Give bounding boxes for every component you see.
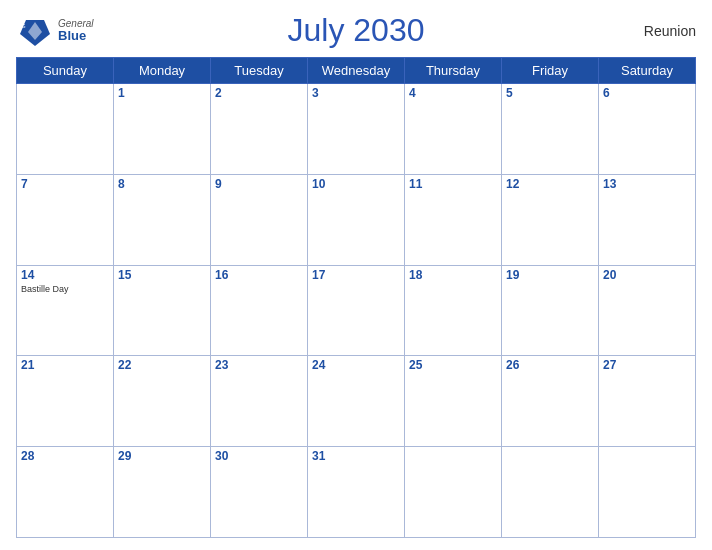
table-row bbox=[502, 447, 599, 538]
table-row: 19 bbox=[502, 265, 599, 356]
table-row: 18 bbox=[405, 265, 502, 356]
calendar-week-row: 123456 bbox=[17, 84, 696, 175]
date-number: 3 bbox=[312, 86, 400, 100]
table-row bbox=[405, 447, 502, 538]
table-row: 22 bbox=[114, 356, 211, 447]
logo-blue-text: Blue bbox=[58, 29, 94, 43]
header-thursday: Thursday bbox=[405, 58, 502, 84]
date-number: 10 bbox=[312, 177, 400, 191]
table-row: 9 bbox=[211, 174, 308, 265]
date-number: 5 bbox=[506, 86, 594, 100]
date-number: 31 bbox=[312, 449, 400, 463]
date-number: 20 bbox=[603, 268, 691, 282]
date-number: 23 bbox=[215, 358, 303, 372]
calendar-header: G General Blue July 2030 Reunion bbox=[16, 12, 696, 49]
table-row: 31 bbox=[308, 447, 405, 538]
calendar-table: Sunday Monday Tuesday Wednesday Thursday… bbox=[16, 57, 696, 538]
date-number: 28 bbox=[21, 449, 109, 463]
table-row: 17 bbox=[308, 265, 405, 356]
header-friday: Friday bbox=[502, 58, 599, 84]
table-row: 23 bbox=[211, 356, 308, 447]
weekday-header-row: Sunday Monday Tuesday Wednesday Thursday… bbox=[17, 58, 696, 84]
date-number: 29 bbox=[118, 449, 206, 463]
date-number: 14 bbox=[21, 268, 109, 282]
table-row: 25 bbox=[405, 356, 502, 447]
table-row: 4 bbox=[405, 84, 502, 175]
date-number: 7 bbox=[21, 177, 109, 191]
calendar-week-row: 21222324252627 bbox=[17, 356, 696, 447]
table-row: 14Bastille Day bbox=[17, 265, 114, 356]
date-number: 17 bbox=[312, 268, 400, 282]
region-label: Reunion bbox=[644, 23, 696, 39]
table-row: 5 bbox=[502, 84, 599, 175]
calendar-week-row: 14Bastille Day151617181920 bbox=[17, 265, 696, 356]
header-monday: Monday bbox=[114, 58, 211, 84]
table-row: 16 bbox=[211, 265, 308, 356]
event-label: Bastille Day bbox=[21, 284, 109, 294]
date-number: 4 bbox=[409, 86, 497, 100]
date-number: 16 bbox=[215, 268, 303, 282]
date-number: 8 bbox=[118, 177, 206, 191]
table-row: 29 bbox=[114, 447, 211, 538]
date-number: 1 bbox=[118, 86, 206, 100]
date-number: 9 bbox=[215, 177, 303, 191]
date-number: 30 bbox=[215, 449, 303, 463]
header-tuesday: Tuesday bbox=[211, 58, 308, 84]
date-number: 21 bbox=[21, 358, 109, 372]
date-number: 12 bbox=[506, 177, 594, 191]
table-row bbox=[17, 84, 114, 175]
date-number: 19 bbox=[506, 268, 594, 282]
table-row: 7 bbox=[17, 174, 114, 265]
table-row: 8 bbox=[114, 174, 211, 265]
table-row: 28 bbox=[17, 447, 114, 538]
table-row: 15 bbox=[114, 265, 211, 356]
date-number: 27 bbox=[603, 358, 691, 372]
date-number: 15 bbox=[118, 268, 206, 282]
table-row: 12 bbox=[502, 174, 599, 265]
logo: G General Blue bbox=[16, 12, 94, 50]
calendar-page: G General Blue July 2030 Reunion Sunday … bbox=[0, 0, 712, 550]
table-row: 27 bbox=[599, 356, 696, 447]
table-row: 24 bbox=[308, 356, 405, 447]
table-row: 10 bbox=[308, 174, 405, 265]
table-row: 2 bbox=[211, 84, 308, 175]
calendar-title: July 2030 bbox=[288, 12, 425, 49]
table-row: 30 bbox=[211, 447, 308, 538]
date-number: 13 bbox=[603, 177, 691, 191]
table-row: 26 bbox=[502, 356, 599, 447]
table-row: 6 bbox=[599, 84, 696, 175]
table-row: 13 bbox=[599, 174, 696, 265]
table-row: 11 bbox=[405, 174, 502, 265]
header-sunday: Sunday bbox=[17, 58, 114, 84]
header-saturday: Saturday bbox=[599, 58, 696, 84]
calendar-week-row: 78910111213 bbox=[17, 174, 696, 265]
generalblue-logo-icon: G bbox=[16, 12, 54, 50]
date-number: 25 bbox=[409, 358, 497, 372]
date-number: 26 bbox=[506, 358, 594, 372]
date-number: 24 bbox=[312, 358, 400, 372]
date-number: 2 bbox=[215, 86, 303, 100]
table-row: 3 bbox=[308, 84, 405, 175]
date-number: 22 bbox=[118, 358, 206, 372]
date-number: 11 bbox=[409, 177, 497, 191]
svg-text:G: G bbox=[21, 23, 26, 29]
table-row: 1 bbox=[114, 84, 211, 175]
table-row: 20 bbox=[599, 265, 696, 356]
table-row bbox=[599, 447, 696, 538]
date-number: 18 bbox=[409, 268, 497, 282]
date-number: 6 bbox=[603, 86, 691, 100]
table-row: 21 bbox=[17, 356, 114, 447]
calendar-week-row: 28293031 bbox=[17, 447, 696, 538]
header-wednesday: Wednesday bbox=[308, 58, 405, 84]
